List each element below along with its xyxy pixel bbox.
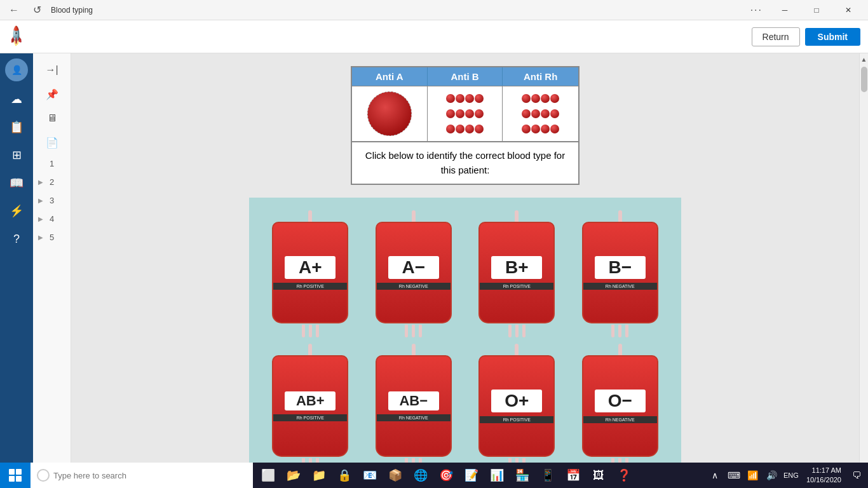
return-button[interactable]: Return	[752, 27, 800, 46]
taskbar-keyboard-icon[interactable]: ⌨	[725, 463, 743, 488]
nav-page-icon[interactable]: 📄	[41, 131, 64, 154]
header-anti-b: Anti B	[428, 67, 503, 86]
taskbar-clock[interactable]: 11:17 AM 10/16/2020	[801, 466, 846, 485]
minimize-button[interactable]: ─	[770, 0, 799, 20]
app-bar-left: 🚀	[8, 29, 25, 45]
nav-page-5[interactable]: ▶ 5	[36, 229, 69, 246]
instruction-text: Click below to identify the correct bloo…	[365, 150, 565, 175]
scroll-up-arrow[interactable]: ▲	[860, 55, 868, 64]
forward-button[interactable]: ↺	[28, 1, 46, 19]
bag-body: A+ Rh POSITIVE	[272, 222, 348, 323]
sidebar-icon-view[interactable]: 📋	[4, 114, 29, 140]
sidebar-icon-help[interactable]: ?	[4, 226, 29, 252]
left-sidebar-dark: 👤 ☁ 📋 ⊞ 📖 ⚡ ?	[0, 53, 33, 463]
nav-page-1[interactable]: 1	[36, 155, 69, 172]
taskbar-app-4[interactable]: 📧	[357, 463, 383, 488]
bag-body: AB+ Rh POSITIVE	[272, 355, 348, 457]
scrollbar-thumb[interactable]	[861, 67, 867, 92]
taskbar-app-calendar[interactable]: 📅	[560, 463, 586, 488]
bag-label: A−	[388, 256, 439, 279]
taskbar-sound-icon[interactable]: 🔊	[763, 463, 781, 488]
header-anti-rh: Anti Rh	[503, 67, 578, 86]
clock-date: 10/16/2020	[806, 475, 841, 485]
bag-label: B+	[491, 256, 542, 279]
window-title: Blood typing	[51, 6, 93, 15]
sidebar-icon-cloud[interactable]: ☁	[4, 86, 29, 112]
title-bar-right: ··· ─ □ ✕	[750, 0, 863, 20]
bag-tube-top	[412, 210, 416, 222]
nav-pin-icon[interactable]: 📌	[41, 83, 64, 105]
taskbar-chevron-icon[interactable]: ∧	[706, 463, 724, 488]
anti-a-result	[352, 86, 428, 141]
taskbar-app-phone[interactable]: 📱	[535, 463, 560, 488]
search-input[interactable]	[53, 471, 247, 480]
taskbar-app-6[interactable]: 🎯	[433, 463, 459, 488]
bag-tubes-bottom	[302, 458, 319, 463]
blood-bag-b-neg[interactable]: B− Rh NEGATIVE	[572, 210, 669, 337]
app-bar: 🚀 Return Submit	[0, 20, 868, 53]
blood-bag-a-neg[interactable]: A− Rh NEGATIVE	[365, 210, 463, 337]
taskbar-app-edge[interactable]: 🌐	[408, 463, 433, 488]
blood-bag-a-pos[interactable]: A+ Rh POSITIVE	[262, 210, 359, 337]
header-anti-a: Anti A	[352, 67, 428, 86]
taskbar-app-photos[interactable]: 🖼	[586, 463, 611, 488]
bag-label: B−	[595, 256, 646, 279]
bag-tubes-bottom	[302, 325, 319, 337]
sidebar-icon-network[interactable]: ⚡	[4, 198, 29, 224]
taskbar-app-help[interactable]: ❓	[611, 463, 637, 488]
blood-agglutinated-rh	[519, 92, 563, 136]
anti-rh-result	[503, 86, 578, 141]
blood-bag-ab-neg[interactable]: AB− Rh NEGATIVE	[365, 344, 463, 463]
scrollbar-track[interactable]: ▲	[859, 53, 868, 463]
user-avatar[interactable]: 👤	[5, 58, 28, 81]
windows-logo	[9, 469, 22, 482]
taskbar-app-3[interactable]: 🔒	[332, 463, 357, 488]
nav-monitor-icon[interactable]: 🖥	[41, 107, 64, 130]
more-options-icon[interactable]: ···	[750, 4, 763, 16]
close-button[interactable]: ✕	[834, 0, 863, 20]
bag-subtype: Rh POSITIVE	[480, 416, 553, 423]
taskbar-app-5[interactable]: 📦	[383, 463, 408, 488]
bag-label: O−	[595, 390, 646, 412]
bag-tubes-bottom	[405, 458, 422, 463]
bag-tube-top	[308, 344, 312, 355]
bag-tubes-bottom	[508, 325, 526, 337]
bag-subtype: Rh NEGATIVE	[583, 283, 657, 290]
sidebar-icon-grid[interactable]: ⊞	[4, 142, 29, 168]
back-button[interactable]: ←	[5, 1, 23, 19]
blood-bag-ab-pos[interactable]: AB+ Rh POSITIVE	[262, 344, 359, 463]
sidebar-icon-book[interactable]: 📖	[4, 170, 29, 196]
title-bar-left: ← ↺ Blood typing	[5, 1, 93, 19]
blood-agglutinated-b	[442, 92, 487, 136]
main-layout: 👤 ☁ 📋 ⊞ 📖 ⚡ ? →| 📌 🖥 📄 1 ▶ 2 ▶ 3 ▶ 4 ▶ 5	[0, 53, 868, 463]
taskbar-lang-icon[interactable]: ENG	[782, 463, 800, 488]
taskbar-app-2[interactable]: 📁	[306, 463, 332, 488]
blood-bag-b-pos[interactable]: B+ Rh POSITIVE	[468, 210, 566, 337]
bag-tubes-bottom	[508, 458, 526, 463]
nav-page-4[interactable]: ▶ 4	[36, 210, 69, 227]
start-button[interactable]	[0, 463, 31, 488]
task-view-icon[interactable]: ⬜	[255, 463, 281, 488]
nav-expand-icon[interactable]: →|	[41, 58, 64, 81]
taskbar: ⬜ 📂 📁 🔒 📧 📦 🌐 🎯 📝 📊 🏪 📱 📅 🖼 ❓ ∧ ⌨ 📶 🔊 EN…	[0, 463, 868, 488]
taskbar-app-word[interactable]: 📝	[459, 463, 484, 488]
taskbar-app-store[interactable]: 🏪	[510, 463, 535, 488]
maximize-button[interactable]: □	[802, 0, 831, 20]
taskbar-notification-icon[interactable]: 🗨	[848, 463, 865, 488]
bag-tube-top	[515, 210, 519, 222]
bag-body: B− Rh NEGATIVE	[582, 222, 658, 323]
blood-bag-o-pos[interactable]: O+ Rh POSITIVE	[468, 344, 566, 463]
nav-page-2[interactable]: ▶ 2	[36, 173, 69, 191]
content-area: Anti A Anti B Anti Rh	[71, 53, 859, 463]
taskbar-app-1[interactable]: 📂	[281, 463, 306, 488]
bag-body: B+ Rh POSITIVE	[478, 222, 555, 323]
bag-tube-top	[515, 344, 519, 355]
taskbar-search-box[interactable]	[31, 463, 253, 488]
blood-bag-o-neg[interactable]: O− Rh NEGATIVE	[572, 344, 669, 463]
left-sidebar-light: →| 📌 🖥 📄 1 ▶ 2 ▶ 3 ▶ 4 ▶ 5	[33, 53, 71, 463]
submit-button[interactable]: Submit	[805, 28, 860, 46]
taskbar-app-ppt[interactable]: 📊	[484, 463, 510, 488]
bag-tube-top	[308, 210, 312, 222]
taskbar-network-icon[interactable]: 📶	[744, 463, 762, 488]
nav-page-3[interactable]: ▶ 3	[36, 192, 69, 209]
